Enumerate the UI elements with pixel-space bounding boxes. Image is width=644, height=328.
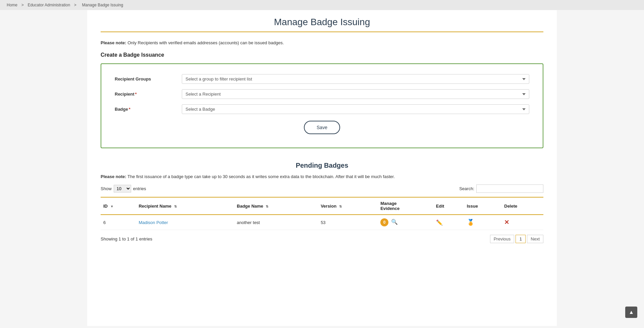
recipient-link[interactable]: Madison Potter: [139, 220, 168, 225]
badge-issuance-form: Recipient Groups Select a group to filte…: [101, 63, 543, 148]
col-id[interactable]: ID ▼: [101, 197, 136, 215]
recipient-groups-row: Recipient Groups Select a group to filte…: [115, 74, 529, 84]
sort-badge-icon: ⇅: [266, 205, 268, 208]
search-input[interactable]: [476, 184, 543, 193]
breadcrumb: Home > Educator Administration > Manage …: [0, 0, 644, 10]
create-section-title: Create a Badge Issuance: [101, 52, 543, 58]
sort-recipient-icon: ⇅: [174, 205, 177, 208]
title-divider: [101, 32, 543, 32]
delete-icon[interactable]: ✕: [504, 219, 509, 226]
search-evidence-icon[interactable]: 🔍: [391, 219, 398, 225]
col-version[interactable]: Version ⇅: [318, 197, 378, 215]
col-delete: Delete: [501, 197, 543, 215]
badge-row: Badge* Select a Badge: [115, 104, 529, 114]
recipient-select[interactable]: Select a Recipient: [182, 89, 529, 99]
col-recipient-name[interactable]: Recipient Name ⇅: [136, 197, 234, 215]
cell-delete: ✕: [501, 215, 543, 230]
recipient-row: Recipient* Select a Recipient: [115, 89, 529, 99]
note-label: Please note:: [101, 40, 126, 45]
col-issue: Issue: [464, 197, 502, 215]
note-text: Only Recipients with verified emails add…: [127, 40, 284, 45]
col-badge-name[interactable]: Badge Name ⇅: [234, 197, 318, 215]
cell-badge-name: another test: [234, 215, 318, 230]
cell-recipient: Madison Potter: [136, 215, 234, 230]
next-button[interactable]: Next: [527, 235, 543, 243]
showing-info: Showing 1 to 1 of 1 entries: [101, 236, 152, 241]
save-button[interactable]: Save: [304, 121, 340, 134]
show-label: Show: [101, 186, 112, 191]
pending-note-text: The first issuance of a badge type can t…: [127, 174, 395, 179]
recipient-label: Recipient*: [115, 92, 182, 97]
cell-issue: 🏅: [464, 215, 502, 230]
table-footer: Showing 1 to 1 of 1 entries Previous 1 N…: [101, 235, 543, 243]
show-entries: Show 10 25 50 100 entries: [101, 185, 146, 193]
badge-select[interactable]: Select a Badge: [182, 104, 529, 114]
badge-label: Badge*: [115, 107, 182, 112]
sort-version-icon: ⇅: [339, 205, 342, 208]
scroll-top-button[interactable]: ▲: [625, 307, 637, 318]
pending-note-label: Please note:: [101, 174, 126, 179]
col-manage-evidence: ManageEvidence: [378, 197, 433, 215]
search-label: Search:: [459, 186, 474, 191]
edit-icon[interactable]: ✏️: [436, 219, 443, 226]
table-body: 6 Madison Potter another test 53 0 🔍 ✏️ …: [101, 215, 543, 230]
sort-id-icon: ▼: [110, 205, 114, 208]
main-content: Manage Badge Issuing Please note: Only R…: [87, 10, 557, 326]
breadcrumb-current: Manage Badge Issuing: [82, 3, 123, 7]
breadcrumb-educator-admin[interactable]: Educator Administration: [28, 3, 70, 7]
recipient-groups-select[interactable]: Select a group to filter recipient list: [182, 74, 529, 84]
search-box: Search:: [459, 184, 543, 193]
issue-icon[interactable]: 🏅: [467, 219, 474, 226]
entries-label: entries: [133, 186, 146, 191]
entries-select[interactable]: 10 25 50 100: [114, 185, 131, 193]
breadcrumb-home[interactable]: Home: [7, 3, 17, 7]
prev-button[interactable]: Previous: [490, 235, 515, 243]
table-head: ID ▼ Recipient Name ⇅ Badge Name ⇅ Versi…: [101, 197, 543, 215]
evidence-badge[interactable]: 0: [380, 218, 388, 226]
col-edit: Edit: [433, 197, 464, 215]
top-note: Please note: Only Recipients with verifi…: [101, 40, 543, 45]
current-page[interactable]: 1: [516, 235, 526, 243]
recipient-groups-label: Recipient Groups: [115, 76, 182, 81]
table-controls: Show 10 25 50 100 entries Search:: [101, 184, 543, 193]
pagination: Previous 1 Next: [490, 235, 543, 243]
cell-version: 53: [318, 215, 378, 230]
page-title: Manage Badge Issuing: [101, 17, 543, 28]
cell-id: 6: [101, 215, 136, 230]
pending-table: ID ▼ Recipient Name ⇅ Badge Name ⇅ Versi…: [101, 197, 543, 230]
pending-note: Please note: The first issuance of a bad…: [101, 174, 543, 179]
table-header-row: ID ▼ Recipient Name ⇅ Badge Name ⇅ Versi…: [101, 197, 543, 215]
save-btn-wrapper: Save: [115, 121, 529, 134]
pending-title: Pending Badges: [101, 162, 543, 169]
cell-manage-evidence: 0 🔍: [378, 215, 433, 230]
table-row: 6 Madison Potter another test 53 0 🔍 ✏️ …: [101, 215, 543, 230]
cell-edit: ✏️: [433, 215, 464, 230]
